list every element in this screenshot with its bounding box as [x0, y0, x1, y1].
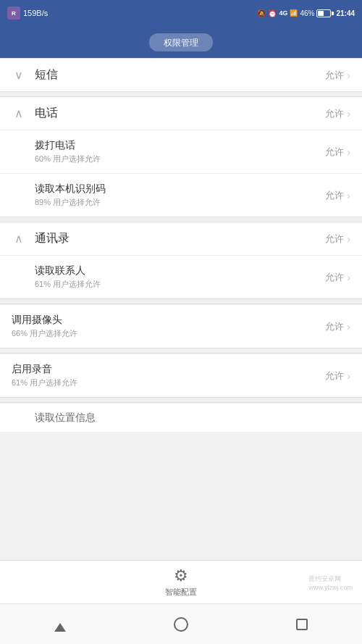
read-contacts-subtitle: 61% 用户选择允许: [35, 279, 325, 290]
nav-back-button[interactable]: [46, 610, 75, 639]
mute-icon: 🔕: [257, 9, 266, 17]
camera-permission: 允许: [325, 320, 344, 333]
watermark-text: 蔷约安卓网www.ylzwj.com: [306, 574, 355, 592]
dial-chevron: ›: [347, 146, 350, 158]
camera-chevron: ›: [347, 321, 350, 333]
app-icon: R: [7, 7, 20, 20]
record-content: 启用录音 61% 用户选择允许: [12, 363, 325, 388]
sms-right: 允许 ›: [325, 69, 350, 82]
nav-home-icon: [174, 617, 188, 632]
camera-subtitle: 66% 用户选择允许: [12, 328, 325, 339]
record-right: 允许 ›: [325, 369, 350, 382]
read-contacts-right: 允许 ›: [325, 271, 350, 284]
camera-item[interactable]: 调用摄像头 66% 用户选择允许 允许 ›: [0, 304, 362, 348]
app-bar: 权限管理: [0, 26, 362, 58]
battery-indicator: [316, 9, 334, 17]
record-title: 启用录音: [12, 363, 325, 376]
network-speed: 159B/s: [23, 9, 48, 17]
record-section: 启用录音 61% 用户选择允许 允许 ›: [0, 353, 362, 398]
alarm-icon: ⏰: [268, 9, 277, 17]
dial-right: 允许 ›: [325, 146, 350, 159]
camera-right: 允许 ›: [325, 320, 350, 333]
signal-bars: 📶: [290, 9, 298, 17]
record-permission: 允许: [325, 369, 344, 382]
phone-section: ∧ 电话 允许 › 拨打电话 60% 用户选择允许 允许 › 读取本机识别码 8…: [0, 96, 362, 217]
imei-item[interactable]: 读取本机识别码 89% 用户选择允许 允许 ›: [0, 173, 362, 217]
phone-permission: 允许: [325, 107, 344, 120]
smart-config-icon[interactable]: ⚙: [174, 566, 188, 585]
read-contacts-chevron: ›: [347, 272, 350, 283]
contacts-chevron-icon: ∧: [12, 232, 26, 246]
read-contacts-content: 读取联系人 61% 用户选择允许: [35, 264, 325, 290]
contacts-chevron-right: ›: [347, 233, 350, 245]
content-area: ∨ 短信 允许 › ∧ 电话 允许 › 拨打电话 60% 用户选: [0, 58, 362, 560]
battery-percent: 46%: [300, 9, 314, 17]
record-subtitle: 61% 用户选择允许: [12, 377, 325, 388]
nav-back-icon: [54, 617, 66, 632]
nav-recents-button[interactable]: [287, 610, 316, 639]
nav-bar: [0, 603, 362, 644]
time-display: 21:44: [336, 9, 355, 17]
phone-chevron-icon: ∧: [12, 106, 26, 121]
sms-section: ∨ 短信 允许 ›: [0, 58, 362, 92]
location-title: 读取位置信息: [35, 411, 96, 425]
app-bar-title-box: 权限管理: [149, 33, 213, 51]
phone-right: 允许 ›: [325, 107, 350, 120]
dial-permission: 允许: [325, 146, 344, 159]
imei-title: 读取本机识别码: [35, 183, 325, 196]
nav-recents-icon: [296, 619, 308, 630]
location-section: 读取位置信息: [0, 402, 362, 432]
contacts-permission: 允许: [325, 233, 344, 246]
imei-subtitle: 89% 用户选择允许: [35, 197, 325, 208]
phone-chevron-right: ›: [347, 108, 350, 120]
contacts-title: 通讯录: [35, 231, 325, 246]
status-bar: R 159B/s 🔕 ⏰ 4G 📶 46% 21:44: [0, 0, 362, 26]
watermark: 蔷约安卓网www.ylzwj.com: [306, 574, 355, 592]
dial-subtitle: 60% 用户选择允许: [35, 154, 325, 164]
dial-title: 拨打电话: [35, 139, 325, 152]
sms-title: 短信: [35, 67, 325, 83]
nav-home-button[interactable]: [167, 610, 195, 639]
camera-content: 调用摄像头 66% 用户选择允许: [12, 314, 325, 339]
sms-chevron-icon: ∨: [12, 68, 26, 83]
imei-right: 允许 ›: [325, 189, 350, 202]
network-4g: 4G: [279, 9, 287, 17]
status-right: 🔕 ⏰ 4G 📶 46% 21:44: [257, 9, 355, 17]
location-item[interactable]: 读取位置信息: [0, 403, 362, 432]
dial-content: 拨打电话 60% 用户选择允许: [35, 139, 325, 164]
sms-section-header[interactable]: ∨ 短信 允许 ›: [0, 59, 362, 91]
record-chevron: ›: [347, 370, 350, 382]
smart-config-label: 智能配置: [165, 587, 197, 598]
imei-chevron: ›: [347, 190, 350, 201]
record-item[interactable]: 启用录音 61% 用户选择允许 允许 ›: [0, 354, 362, 397]
camera-title: 调用摄像头: [12, 314, 325, 327]
imei-permission: 允许: [325, 189, 344, 202]
phone-title: 电话: [35, 106, 325, 121]
dial-item[interactable]: 拨打电话 60% 用户选择允许 允许 ›: [0, 130, 362, 173]
read-contacts-item[interactable]: 读取联系人 61% 用户选择允许 允许 ›: [0, 255, 362, 298]
phone-section-header[interactable]: ∧ 电话 允许 ›: [0, 97, 362, 130]
contacts-right: 允许 ›: [325, 233, 350, 246]
sms-chevron-right: ›: [347, 70, 350, 81]
app-bar-title: 权限管理: [164, 38, 198, 48]
contacts-section-header[interactable]: ∧ 通讯录 允许 ›: [0, 222, 362, 255]
status-left: R 159B/s: [7, 7, 48, 20]
contacts-section: ∧ 通讯录 允许 › 读取联系人 61% 用户选择允许 允许 ›: [0, 222, 362, 299]
imei-content: 读取本机识别码 89% 用户选择允许: [35, 183, 325, 208]
camera-section: 调用摄像头 66% 用户选择允许 允许 ›: [0, 304, 362, 348]
sms-permission: 允许: [325, 69, 344, 82]
read-contacts-permission: 允许: [325, 271, 344, 284]
read-contacts-title: 读取联系人: [35, 264, 325, 277]
